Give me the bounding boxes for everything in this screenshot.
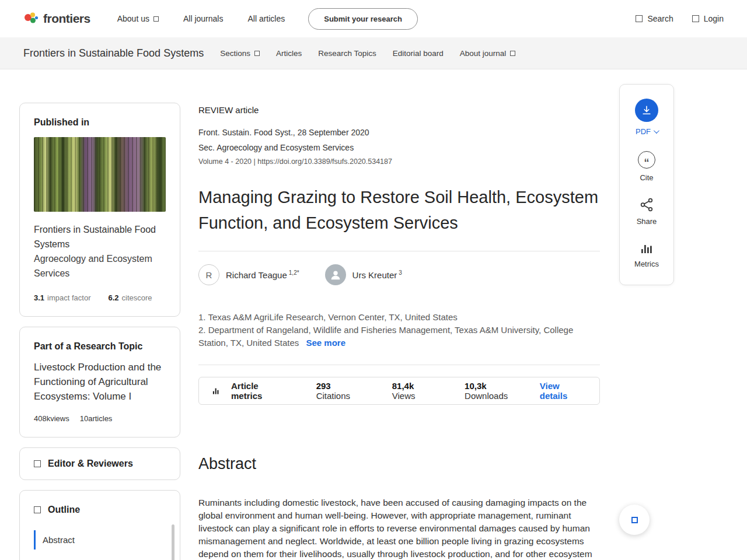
downloads-label: Downloads (465, 391, 508, 401)
published-journal-link[interactable]: Frontiers in Sustainable Food Systems (34, 222, 166, 251)
main-nav-links: About us All journals All articles (117, 14, 285, 23)
login-label: Login (704, 14, 724, 23)
outline-scrollbar[interactable] (172, 524, 174, 560)
editors-reviewers-toggle[interactable]: Editor & Reviewers (34, 459, 166, 469)
journal-nav-links: Sections Articles Research Topics Editor… (220, 49, 515, 58)
editors-icon (34, 460, 41, 467)
dropdown-icon (510, 51, 515, 56)
research-topic-link[interactable]: Livestock Production and the Functioning… (34, 360, 166, 404)
research-topics-label: Research Topics (318, 49, 376, 58)
research-topic-heading: Part of a Research Topic (34, 341, 166, 352)
nav-all-journals[interactable]: All journals (183, 14, 223, 23)
authors-row: R Richard Teague1,2* Urs Kreuter3 (198, 251, 600, 298)
journal-nav-about-journal[interactable]: About journal (460, 49, 516, 58)
published-section-link[interactable]: Agroecology and Ecosystem Services (34, 251, 166, 281)
volume-text: Volume 4 - 2020 | (198, 158, 257, 166)
top-navigation: frontiers About us All journals All arti… (0, 0, 747, 37)
feedback-button[interactable] (619, 505, 650, 535)
citations-label: Citations (316, 391, 350, 401)
affiliation-2-row: 2. Department of Rangeland, Wildlife and… (198, 324, 600, 349)
journal-title[interactable]: Frontiers in Sustainable Food Systems (23, 47, 204, 60)
metrics-label: Metrics (634, 260, 659, 268)
journal-nav-articles[interactable]: Articles (276, 49, 302, 58)
share-button[interactable]: Share (637, 197, 657, 226)
topic-articles-value: 10 (80, 414, 88, 423)
dropdown-icon (153, 16, 159, 22)
submit-research-button[interactable]: Submit your research (308, 8, 418, 30)
journal-nav-research-topics[interactable]: Research Topics (318, 49, 376, 58)
journal-stats: 3.1impact factor 6.2citescore (34, 293, 166, 302)
topic-views-value: 408k (34, 414, 50, 423)
outline-card: Outline Abstract (19, 490, 180, 560)
pdf-download-button[interactable] (635, 99, 658, 122)
published-in-heading: Published in (34, 117, 166, 128)
download-icon (641, 104, 652, 116)
affiliation-1: 1. Texas A&M AgriLife Research, Vernon C… (198, 311, 600, 324)
nav-about-us-label: About us (117, 14, 149, 23)
bar-chart-icon (212, 386, 221, 396)
page: frontiers About us All journals All arti… (0, 0, 747, 560)
nav-about-us[interactable]: About us (117, 14, 159, 23)
author-avatar (325, 264, 346, 285)
outline-toggle[interactable]: Outline (34, 505, 166, 515)
downloads-stat: 10,3k Downloads (465, 381, 528, 401)
author-name-text: Urs Kreuter (352, 270, 397, 280)
article-section-line: Sec. Agroecology and Ecosystem Services (198, 143, 600, 152)
feedback-icon (631, 517, 638, 523)
journal-navigation: Frontiers in Sustainable Food Systems Se… (0, 37, 747, 69)
divider (198, 365, 600, 365)
article-main: REVIEW article Front. Sustain. Food Syst… (198, 105, 600, 560)
metrics-button[interactable]: Metrics (634, 241, 659, 268)
login-button[interactable]: Login (692, 14, 724, 23)
affiliations: 1. Texas A&M AgriLife Research, Vernon C… (198, 298, 600, 365)
metrics-icon (640, 241, 654, 255)
affiliation-2: 2. Department of Rangeland, Wildlife and… (198, 325, 573, 348)
user-icon (692, 15, 699, 22)
article-citation-line: Front. Sustain. Food Syst., 28 September… (198, 128, 600, 137)
journal-nav-editorial-board[interactable]: Editorial board (393, 49, 444, 58)
frontiers-logo-icon (23, 11, 39, 26)
article-actions-card: PDF “ Cite Share Metrics (619, 84, 674, 285)
abstract-heading: Abstract (198, 455, 600, 473)
see-more-link[interactable]: See more (306, 338, 346, 348)
dropdown-icon (254, 51, 260, 56)
about-journal-label: About journal (460, 49, 507, 58)
chevron-down-icon (654, 128, 659, 134)
outline-icon (34, 506, 41, 513)
editorial-board-label: Editorial board (393, 49, 444, 58)
article-type: REVIEW article (198, 105, 600, 115)
article-title: Managing Grazing to Restore Soil Health,… (198, 184, 600, 236)
topic-articles-label: articles (88, 414, 112, 423)
search-label: Search (647, 14, 673, 23)
cite-icon: “ (638, 151, 655, 169)
author-affil-sup: 3 (399, 270, 402, 276)
views-label: Views (392, 391, 416, 401)
author-name: Urs Kreuter3 (352, 270, 402, 280)
search-icon (636, 15, 643, 22)
citations-value: 293 (316, 381, 331, 391)
article-metrics-label: Article metrics (231, 381, 288, 401)
views-value: 81,4k (392, 381, 414, 391)
citescore-stat: 6.2citescore (109, 293, 152, 302)
nav-all-articles[interactable]: All articles (247, 14, 285, 23)
citescore-value: 6.2 (109, 293, 119, 302)
view-details-link[interactable]: View details (540, 381, 587, 401)
pdf-dropdown[interactable]: PDF (636, 127, 658, 136)
impact-factor-label: impact factor (47, 293, 90, 302)
journal-cover-image[interactable] (34, 137, 166, 212)
impact-factor-stat: 3.1impact factor (34, 293, 91, 302)
author-name: Richard Teague1,2* (226, 270, 299, 280)
author-richard-teague[interactable]: R Richard Teague1,2* (198, 264, 299, 285)
author-affil-sup: 1,2* (289, 270, 299, 276)
cite-button[interactable]: “ Cite (638, 151, 655, 182)
author-name-text: Richard Teague (226, 270, 287, 280)
author-urs-kreuter[interactable]: Urs Kreuter3 (325, 264, 402, 285)
share-icon (639, 197, 654, 212)
outline-item-abstract[interactable]: Abstract (34, 530, 166, 550)
cite-label: Cite (640, 173, 653, 182)
doi-link[interactable]: https://doi.org/10.3389/fsufs.2020.53418… (257, 158, 392, 166)
impact-factor-value: 3.1 (34, 293, 44, 302)
journal-nav-sections[interactable]: Sections (220, 49, 260, 58)
search-button[interactable]: Search (636, 14, 673, 23)
frontiers-logo[interactable]: frontiers (23, 11, 90, 26)
